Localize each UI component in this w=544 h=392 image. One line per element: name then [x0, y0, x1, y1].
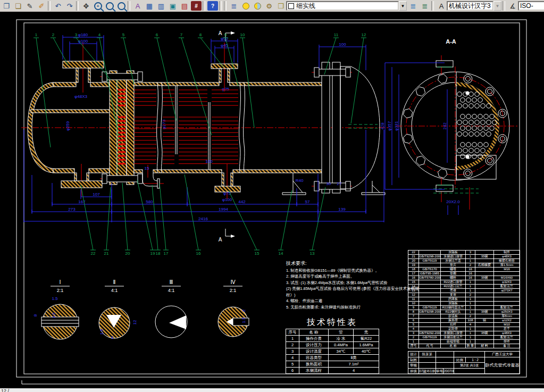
dim-style-icon[interactable]: ∡	[507, 1, 518, 11]
sheetset-icon[interactable]: ▤	[179, 1, 190, 11]
bom-cell: 螺栓	[441, 276, 466, 280]
toolbar-separator	[203, 1, 205, 11]
cut-letter: A	[219, 30, 222, 36]
layer-freeze-bulb-icon[interactable]	[252, 1, 263, 11]
bom-cell: 厚1.5mm	[494, 263, 520, 268]
pan-icon[interactable]: ✥	[81, 1, 91, 11]
match-properties-icon[interactable]: A	[132, 1, 143, 11]
section-view-a-a	[385, 55, 518, 215]
bom-cell: R22侧闷盖法兰	[441, 306, 466, 310]
layer-properties-icon[interactable]: ▦	[144, 1, 155, 11]
redo-icon[interactable]: ↷	[64, 1, 75, 11]
help-icon[interactable]: ?	[207, 1, 218, 11]
undo-icon[interactable]: ↶	[53, 1, 63, 11]
layer-states-icon[interactable]: ≣	[408, 1, 419, 11]
edit-lightning-icon[interactable]: ✐	[36, 1, 47, 11]
callout-leader	[76, 38, 111, 80]
detail-number: Ⅳ	[230, 279, 236, 285]
bom-cell: GB/T6170	[419, 268, 441, 272]
bom-cell: 10	[408, 302, 419, 306]
dimension-label: 428	[380, 122, 385, 130]
command-window-border	[22, 380, 544, 384]
bom-cell: 1	[466, 327, 475, 331]
title-block: 设计 陈某某 广西工业大学 制图 比例 1 : 2 卧式壳管式冷凝器 审核 第2…	[408, 351, 520, 374]
bom-row: 22水隔板3制件	[408, 251, 520, 255]
bom-cell: 4	[466, 323, 475, 327]
drawing-canvas[interactable]: φ180φ100φ48X3φ50φ45φ25100φ259φ2731071675…	[0, 12, 544, 388]
bom-cell	[419, 327, 441, 331]
linetype-combo[interactable]: 细实线	[286, 1, 399, 11]
bom-cell: 螺母	[441, 268, 466, 272]
flange-bolt-hex	[403, 134, 412, 143]
bom-cell	[419, 289, 441, 293]
bom-cell	[475, 293, 494, 297]
bom-cell: 石棉橡胶	[475, 263, 494, 268]
linetype-combo-arrow[interactable]: ▼	[399, 1, 407, 11]
callout-number: 10	[240, 32, 245, 37]
toolbar-separator	[224, 1, 227, 11]
tube-hole	[461, 154, 465, 159]
textstyle-combo[interactable]: 机械设计汉字3	[447, 1, 493, 11]
calculator-icon[interactable]: #	[191, 1, 202, 11]
detail-scale: 4:1	[168, 288, 175, 293]
main-assembly-view	[21, 31, 388, 238]
tube-hole	[466, 143, 471, 147]
detail-views	[41, 304, 249, 339]
dimension-label: 580	[146, 199, 153, 204]
bom-cell: 换热管	[441, 319, 466, 323]
bom-cell	[475, 272, 494, 276]
tube-hole	[466, 114, 471, 119]
tube-end	[118, 144, 125, 145]
dimstyle-combo[interactable]: ISO-	[518, 1, 544, 11]
callout-number: 6	[156, 32, 158, 37]
bom-cell: 拉杆	[441, 323, 466, 327]
layer-previous-icon[interactable]: ≣	[420, 1, 430, 11]
bom-cell: 16	[466, 272, 475, 276]
bom-cell: 2	[408, 336, 419, 340]
pencil-icon[interactable]: ✎	[24, 1, 35, 11]
bom-cell	[419, 314, 441, 319]
tube-hole	[457, 92, 462, 97]
bom-cell	[475, 285, 494, 289]
zoom-realtime-icon[interactable]: +	[93, 1, 103, 11]
textstyle-combo-arrow[interactable]: ▼	[493, 1, 501, 11]
pass-partition-plate	[31, 110, 111, 113]
layer-on-bulb-icon[interactable]	[240, 1, 251, 11]
bom-cell: 1	[466, 306, 475, 310]
dimension-label: 1.5	[99, 329, 104, 335]
dimension-label: φ180	[78, 32, 88, 37]
bom-cell: M16X60	[494, 276, 520, 280]
bom-row: 13壳体1φ273X7	[408, 289, 520, 293]
layer-translate-icon[interactable]: ▥	[156, 1, 166, 11]
bom-cell: 17	[408, 272, 419, 276]
dimension-label: 3	[111, 335, 114, 340]
tube-end	[118, 89, 125, 91]
callout-number: 21	[104, 251, 109, 256]
bom-cell	[419, 280, 441, 285]
bom-cell: GB/T9119	[419, 259, 441, 263]
toolbar-separator	[48, 1, 51, 11]
dimension-label: 12	[132, 320, 137, 324]
zoom-previous-icon[interactable]	[116, 1, 127, 11]
detail-scale: 2:1	[230, 288, 237, 293]
callout-number: 22	[91, 251, 96, 256]
render-icon[interactable]: ▣	[168, 1, 178, 11]
bom-header-row: 序号代 号名 称数 量材 料备 注	[408, 344, 520, 348]
tube-hole	[475, 104, 480, 109]
bom-cell: 2	[466, 293, 475, 297]
bom-cell: M16	[494, 268, 520, 272]
zoom-window-icon[interactable]	[104, 1, 115, 11]
tube-end	[118, 155, 125, 157]
bom-header-cell: 名 称	[441, 344, 466, 348]
layers-icon[interactable]: ≣	[229, 1, 239, 11]
tube-hole	[475, 132, 480, 137]
layer-lock-icon[interactable]: ⚙	[264, 1, 274, 11]
copy-icon[interactable]: ❐	[1, 1, 12, 11]
layer-color-icon[interactable]: ❒	[275, 1, 286, 11]
bom-cell	[475, 268, 494, 272]
bom-cell: GB/T9298-2000	[419, 310, 441, 314]
tube-hole	[487, 120, 491, 125]
bom-cell	[475, 289, 494, 293]
open-sheet-icon[interactable]: ❏	[13, 1, 23, 11]
text-style-icon[interactable]: A	[436, 1, 447, 11]
